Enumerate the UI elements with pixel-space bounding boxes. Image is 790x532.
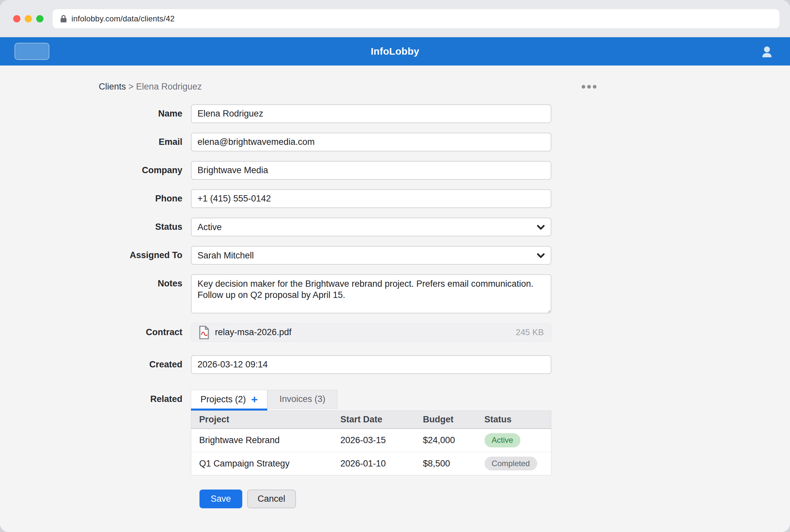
cell-budget: $24,000 [415, 429, 477, 452]
cancel-button[interactable]: Cancel [247, 490, 296, 508]
add-related-button[interactable]: + [251, 394, 258, 405]
browser-chrome: infolobby.com/data/clients/42 [0, 0, 790, 37]
status-badge: Active [484, 433, 520, 448]
cell-start-date: 2026-03-15 [332, 429, 415, 452]
field-row-contract: Contract relay-msa-2026.pdf 245 KB [99, 323, 790, 342]
tab-invoices-label: Invoices (3) [280, 394, 326, 404]
breadcrumb: Clients > Elena Rodriguez [99, 82, 202, 92]
close-button[interactable] [13, 15, 20, 22]
cell-project: Q1 Campaign Strategy [191, 452, 332, 475]
name-label: Name [99, 104, 191, 123]
field-row-company: Company [99, 161, 790, 180]
column-header-budget: Budget [415, 411, 477, 429]
breadcrumb-clients-link[interactable]: Clients [99, 82, 126, 92]
field-row-notes: Notes Key decision maker for the Brightw… [99, 274, 790, 314]
field-row-status: Status Active [99, 217, 790, 236]
cell-start-date: 2026-01-10 [332, 452, 415, 475]
notes-label: Notes [99, 274, 191, 314]
status-badge: Completed [484, 457, 537, 471]
app-title: InfoLobby [371, 46, 419, 57]
person-icon [760, 45, 773, 59]
window-controls [13, 15, 43, 22]
zoom-button[interactable] [36, 15, 43, 22]
email-label: Email [99, 133, 191, 151]
assigned-to-select[interactable]: Sarah Mitchell [191, 246, 551, 265]
url-bar[interactable]: infolobby.com/data/clients/42 [53, 9, 779, 28]
field-row-name: Name [99, 104, 790, 123]
ellipsis-icon [582, 85, 585, 89]
minimize-button[interactable] [25, 15, 32, 22]
cell-project: Brightwave Rebrand [191, 429, 332, 452]
cell-budget: $8,500 [415, 452, 477, 475]
browser-window: infolobby.com/data/clients/42 InfoLobby … [0, 0, 790, 532]
notes-textarea[interactable]: Key decision maker for the Brightwave re… [191, 274, 551, 314]
column-header-start-date: Start Date [332, 411, 415, 429]
column-header-status: Status [477, 411, 551, 429]
tab-invoices[interactable]: Invoices (3) [267, 390, 338, 408]
company-label: Company [99, 161, 191, 180]
field-row-phone: Phone [99, 189, 790, 208]
tab-projects-label: Projects (2) [200, 394, 246, 404]
breadcrumb-current: Elena Rodriguez [136, 82, 202, 92]
created-label: Created [99, 355, 191, 374]
contract-filename: relay-msa-2026.pdf [215, 327, 292, 338]
form-actions: Save Cancel [199, 490, 790, 508]
field-row-assigned: Assigned To Sarah Mitchell [99, 246, 790, 265]
field-row-created: Created [99, 355, 790, 374]
table-row[interactable]: Q1 Campaign Strategy 2026-01-10 $8,500 C… [191, 452, 551, 475]
related-tabs: Projects (2) + Invoices (3) [191, 390, 551, 408]
lock-icon [60, 15, 67, 23]
pdf-file-icon [198, 325, 210, 340]
tab-projects[interactable]: Projects (2) + [191, 390, 267, 408]
field-row-related: Related Projects (2) + Invoices (3) Proj… [99, 390, 790, 475]
table-row[interactable]: Brightwave Rebrand 2026-03-15 $24,000 Ac… [191, 429, 551, 452]
phone-input[interactable] [191, 189, 551, 208]
company-input[interactable] [191, 161, 551, 180]
status-select[interactable]: Active [191, 217, 551, 236]
app-header: InfoLobby [0, 37, 790, 65]
assigned-to-label: Assigned To [99, 246, 191, 265]
save-button[interactable]: Save [199, 490, 242, 508]
related-label: Related [99, 390, 191, 475]
field-row-email: Email [99, 133, 790, 151]
phone-label: Phone [99, 189, 191, 208]
column-header-project: Project [191, 411, 332, 429]
status-label: Status [99, 217, 191, 236]
user-button[interactable] [760, 45, 774, 59]
contract-attachment[interactable]: relay-msa-2026.pdf 245 KB [191, 323, 551, 342]
contract-filesize: 245 KB [516, 327, 544, 338]
main-content: Clients > Elena Rodriguez Name Email Com… [0, 65, 790, 532]
name-input[interactable] [191, 104, 551, 123]
email-input[interactable] [191, 133, 551, 151]
url-text: infolobby.com/data/clients/42 [72, 14, 175, 23]
breadcrumb-separator: > [128, 82, 134, 92]
nav-button[interactable] [15, 43, 50, 60]
created-input[interactable] [191, 355, 551, 374]
contract-label: Contract [99, 323, 191, 342]
table-header-row: Project Start Date Budget Status [191, 411, 551, 429]
projects-table: Project Start Date Budget Status Brightw… [191, 411, 551, 475]
more-options-button[interactable] [579, 82, 599, 91]
